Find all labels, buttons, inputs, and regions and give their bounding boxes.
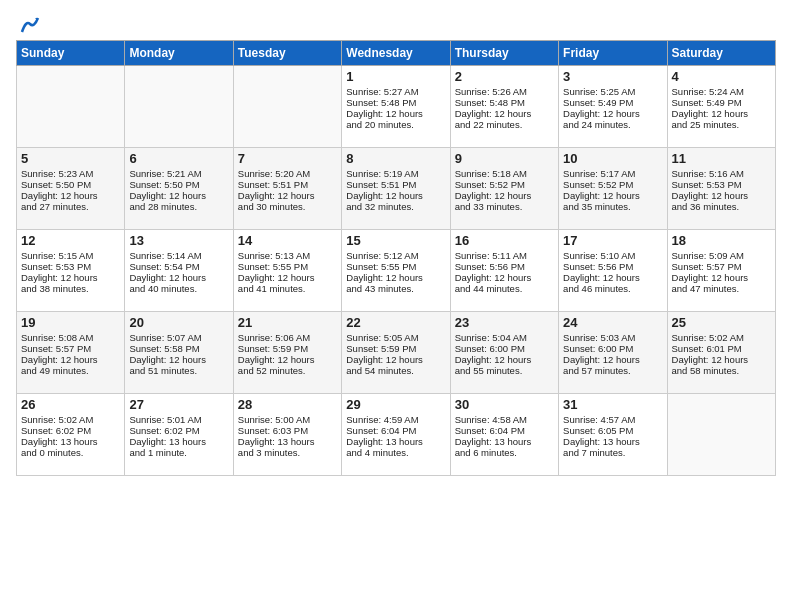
day-info-line: Sunset: 5:51 PM [346,179,445,190]
day-info-line: Sunrise: 4:57 AM [563,414,662,425]
day-info-line: Sunset: 5:55 PM [346,261,445,272]
day-info-line: Sunrise: 4:59 AM [346,414,445,425]
day-number: 23 [455,315,554,330]
day-info-line: Daylight: 12 hours [455,354,554,365]
day-info-line: and 1 minute. [129,447,228,458]
day-info-line: and 28 minutes. [129,201,228,212]
day-info-line: Sunset: 5:57 PM [21,343,120,354]
calendar-cell: 13Sunrise: 5:14 AMSunset: 5:54 PMDayligh… [125,230,233,312]
day-info-line: and 6 minutes. [455,447,554,458]
day-info-line: and 3 minutes. [238,447,337,458]
day-info-line: and 51 minutes. [129,365,228,376]
day-info-line: Sunset: 5:49 PM [672,97,771,108]
day-info-line: Sunrise: 5:19 AM [346,168,445,179]
day-info-line: Sunset: 5:57 PM [672,261,771,272]
day-info-line: Daylight: 12 hours [238,190,337,201]
day-info-line: Daylight: 12 hours [672,354,771,365]
day-number: 17 [563,233,662,248]
day-header-tuesday: Tuesday [233,41,341,66]
day-number: 11 [672,151,771,166]
day-info-line: Sunrise: 5:17 AM [563,168,662,179]
day-info-line: Sunrise: 5:26 AM [455,86,554,97]
day-info-line: Sunset: 5:50 PM [21,179,120,190]
day-info-line: and 27 minutes. [21,201,120,212]
day-number: 31 [563,397,662,412]
day-info-line: and 47 minutes. [672,283,771,294]
day-info-line: Sunset: 5:56 PM [455,261,554,272]
day-info-line: Sunrise: 5:25 AM [563,86,662,97]
day-info-line: Sunrise: 5:24 AM [672,86,771,97]
calendar-cell: 18Sunrise: 5:09 AMSunset: 5:57 PMDayligh… [667,230,775,312]
calendar-cell: 17Sunrise: 5:10 AMSunset: 5:56 PMDayligh… [559,230,667,312]
day-info-line: and 38 minutes. [21,283,120,294]
day-info-line: Sunrise: 5:03 AM [563,332,662,343]
day-info-line: and 55 minutes. [455,365,554,376]
week-row-3: 12Sunrise: 5:15 AMSunset: 5:53 PMDayligh… [17,230,776,312]
day-header-thursday: Thursday [450,41,558,66]
calendar-cell: 12Sunrise: 5:15 AMSunset: 5:53 PMDayligh… [17,230,125,312]
day-number: 2 [455,69,554,84]
day-info-line: Daylight: 12 hours [129,190,228,201]
day-info-line: Daylight: 12 hours [563,190,662,201]
day-info-line: Sunset: 6:03 PM [238,425,337,436]
day-info-line: and 22 minutes. [455,119,554,130]
calendar-cell: 19Sunrise: 5:08 AMSunset: 5:57 PMDayligh… [17,312,125,394]
day-info-line: Sunset: 5:48 PM [346,97,445,108]
day-info-line: Sunrise: 5:27 AM [346,86,445,97]
day-info-line: Sunset: 6:04 PM [455,425,554,436]
day-info-line: Sunset: 5:56 PM [563,261,662,272]
day-info-line: Sunset: 5:50 PM [129,179,228,190]
day-info-line: Sunrise: 5:11 AM [455,250,554,261]
day-info-line: Sunrise: 5:23 AM [21,168,120,179]
calendar-cell: 31Sunrise: 4:57 AMSunset: 6:05 PMDayligh… [559,394,667,476]
day-info-line: Sunset: 6:05 PM [563,425,662,436]
day-number: 29 [346,397,445,412]
day-info-line: Sunset: 5:59 PM [346,343,445,354]
calendar-cell: 2Sunrise: 5:26 AMSunset: 5:48 PMDaylight… [450,66,558,148]
day-info-line: and 54 minutes. [346,365,445,376]
day-info-line: Daylight: 13 hours [346,436,445,447]
day-info-line: Sunrise: 5:14 AM [129,250,228,261]
calendar-cell: 10Sunrise: 5:17 AMSunset: 5:52 PMDayligh… [559,148,667,230]
day-info-line: Daylight: 12 hours [346,190,445,201]
day-number: 5 [21,151,120,166]
week-row-4: 19Sunrise: 5:08 AMSunset: 5:57 PMDayligh… [17,312,776,394]
day-info-line: and 44 minutes. [455,283,554,294]
day-info-line: and 0 minutes. [21,447,120,458]
day-number: 24 [563,315,662,330]
day-info-line: Daylight: 13 hours [21,436,120,447]
day-info-line: Sunset: 5:48 PM [455,97,554,108]
calendar-cell: 29Sunrise: 4:59 AMSunset: 6:04 PMDayligh… [342,394,450,476]
day-info-line: Sunset: 6:00 PM [455,343,554,354]
day-number: 9 [455,151,554,166]
day-info-line: Daylight: 12 hours [455,108,554,119]
day-info-line: Sunset: 5:55 PM [238,261,337,272]
day-info-line: Daylight: 12 hours [455,190,554,201]
day-info-line: and 32 minutes. [346,201,445,212]
day-header-saturday: Saturday [667,41,775,66]
page-container: SundayMondayTuesdayWednesdayThursdayFrid… [0,0,792,486]
day-number: 1 [346,69,445,84]
day-number: 13 [129,233,228,248]
calendar-cell: 7Sunrise: 5:20 AMSunset: 5:51 PMDaylight… [233,148,341,230]
calendar-cell [667,394,775,476]
day-number: 19 [21,315,120,330]
day-number: 14 [238,233,337,248]
day-info-line: and 46 minutes. [563,283,662,294]
day-number: 6 [129,151,228,166]
calendar-cell: 6Sunrise: 5:21 AMSunset: 5:50 PMDaylight… [125,148,233,230]
day-info-line: Daylight: 12 hours [563,354,662,365]
day-info-line: Sunrise: 5:02 AM [672,332,771,343]
day-info-line: Sunrise: 5:06 AM [238,332,337,343]
day-header-friday: Friday [559,41,667,66]
day-info-line: Sunset: 5:51 PM [238,179,337,190]
calendar-cell: 27Sunrise: 5:01 AMSunset: 6:02 PMDayligh… [125,394,233,476]
calendar-cell: 22Sunrise: 5:05 AMSunset: 5:59 PMDayligh… [342,312,450,394]
calendar-cell: 26Sunrise: 5:02 AMSunset: 6:02 PMDayligh… [17,394,125,476]
calendar-cell: 25Sunrise: 5:02 AMSunset: 6:01 PMDayligh… [667,312,775,394]
day-info-line: and 36 minutes. [672,201,771,212]
day-info-line: Daylight: 13 hours [455,436,554,447]
day-number: 20 [129,315,228,330]
day-info-line: Daylight: 12 hours [346,354,445,365]
day-info-line: Sunset: 5:59 PM [238,343,337,354]
